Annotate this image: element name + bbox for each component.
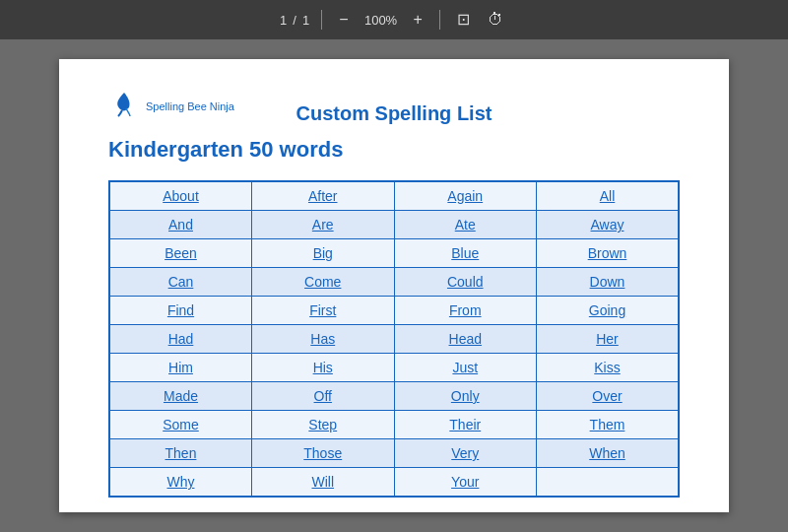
table-cell[interactable]: Could xyxy=(394,268,537,297)
zoom-in-button[interactable]: + xyxy=(409,10,427,30)
word-link[interactable]: Step xyxy=(308,417,337,432)
table-cell[interactable]: Some xyxy=(109,411,252,439)
word-link[interactable]: Her xyxy=(596,331,619,347)
table-cell[interactable]: Very xyxy=(394,439,537,468)
word-link[interactable]: About xyxy=(163,188,199,204)
table-cell[interactable]: Those xyxy=(252,439,395,468)
word-link[interactable]: Over xyxy=(592,388,622,404)
word-link[interactable]: Him xyxy=(168,360,193,375)
table-cell[interactable]: Her xyxy=(537,325,680,354)
word-link[interactable]: First xyxy=(309,302,336,318)
table-cell[interactable]: Head xyxy=(394,325,537,354)
zoom-out-button[interactable]: − xyxy=(334,10,353,30)
word-link[interactable]: Made xyxy=(164,388,198,404)
document-area: Spelling Bee Ninja Custom Spelling List … xyxy=(0,39,788,532)
word-link[interactable]: Off xyxy=(314,388,332,404)
word-link[interactable]: Their xyxy=(449,417,481,432)
table-cell[interactable]: After xyxy=(252,181,395,211)
word-link[interactable]: Had xyxy=(168,331,194,347)
fit-page-button[interactable]: ⊡ xyxy=(452,10,475,30)
table-cell[interactable]: Only xyxy=(394,382,537,411)
word-link[interactable]: Kiss xyxy=(594,360,620,375)
word-link[interactable]: Your xyxy=(451,474,479,490)
table-cell[interactable]: From xyxy=(394,297,537,325)
table-cell[interactable]: About xyxy=(109,181,252,211)
table-cell[interactable]: Can xyxy=(109,268,252,297)
table-cell[interactable]: Brown xyxy=(537,239,680,268)
divider-2 xyxy=(439,10,440,30)
table-cell[interactable]: Going xyxy=(537,297,680,325)
word-link[interactable]: Head xyxy=(449,331,482,347)
word-link[interactable]: Blue xyxy=(451,245,479,261)
table-cell xyxy=(537,468,680,498)
table-cell[interactable]: Had xyxy=(109,325,252,354)
table-cell[interactable]: All xyxy=(537,181,680,211)
table-cell[interactable]: Off xyxy=(252,382,395,411)
table-cell[interactable]: Will xyxy=(252,468,395,498)
word-link[interactable]: And xyxy=(168,217,193,233)
table-cell[interactable]: Come xyxy=(252,268,395,297)
word-link[interactable]: Are xyxy=(312,217,334,233)
word-link[interactable]: Very xyxy=(451,445,479,461)
word-link[interactable]: Will xyxy=(311,474,334,490)
word-link[interactable]: Could xyxy=(447,274,484,290)
pdf-page: Spelling Bee Ninja Custom Spelling List … xyxy=(59,59,729,512)
table-cell[interactable]: And xyxy=(109,211,252,239)
word-link[interactable]: Again xyxy=(447,188,483,204)
table-cell[interactable]: Just xyxy=(394,354,537,382)
table-cell[interactable]: Find xyxy=(109,297,252,325)
page-current: 1 xyxy=(280,13,287,28)
word-link[interactable]: Going xyxy=(589,302,625,318)
word-link[interactable]: Come xyxy=(304,274,341,290)
table-cell[interactable]: Why xyxy=(109,468,252,498)
table-cell[interactable]: First xyxy=(252,297,395,325)
table-cell[interactable]: Kiss xyxy=(537,354,680,382)
table-cell[interactable]: Made xyxy=(109,382,252,411)
logo-text: Spelling Bee Ninja xyxy=(146,100,234,113)
word-link[interactable]: Brown xyxy=(588,245,627,261)
table-cell[interactable]: His xyxy=(252,354,395,382)
page-total: 1 xyxy=(302,13,309,28)
pdf-toolbar: 1 / 1 − 100% + ⊡ ⏱ xyxy=(0,0,788,39)
table-cell[interactable]: Him xyxy=(109,354,252,382)
word-link[interactable]: Can xyxy=(168,274,194,290)
word-link[interactable]: Has xyxy=(310,331,335,347)
word-link[interactable]: From xyxy=(449,302,482,318)
word-link[interactable]: Then xyxy=(165,445,197,461)
logo-icon xyxy=(108,89,140,124)
table-cell[interactable]: Step xyxy=(252,411,395,439)
table-cell[interactable]: Has xyxy=(252,325,395,354)
table-cell[interactable]: Your xyxy=(394,468,537,498)
word-link[interactable]: Them xyxy=(590,417,625,432)
word-link[interactable]: Away xyxy=(591,217,624,233)
table-cell[interactable]: Ate xyxy=(394,211,537,239)
table-cell[interactable]: Down xyxy=(537,268,680,297)
table-cell[interactable]: Blue xyxy=(394,239,537,268)
history-button[interactable]: ⏱ xyxy=(483,10,508,30)
word-link[interactable]: Been xyxy=(164,245,197,261)
word-link[interactable]: Only xyxy=(451,388,480,404)
word-link[interactable]: Big xyxy=(313,245,333,261)
table-cell[interactable]: Them xyxy=(537,411,680,439)
table-cell[interactable]: Again xyxy=(394,181,537,211)
page-controls: 1 / 1 xyxy=(280,13,309,28)
word-link[interactable]: All xyxy=(600,188,616,204)
word-link[interactable]: Down xyxy=(590,274,625,290)
word-link[interactable]: Just xyxy=(452,360,478,375)
word-link[interactable]: Ate xyxy=(455,217,476,233)
word-link[interactable]: Find xyxy=(167,302,194,318)
word-link[interactable]: Those xyxy=(303,445,342,461)
word-link[interactable]: When xyxy=(589,445,625,461)
table-cell[interactable]: Then xyxy=(109,439,252,468)
table-cell[interactable]: When xyxy=(537,439,680,468)
table-cell[interactable]: Been xyxy=(109,239,252,268)
table-cell[interactable]: Away xyxy=(537,211,680,239)
table-cell[interactable]: Their xyxy=(394,411,537,439)
table-cell[interactable]: Over xyxy=(537,382,680,411)
word-link[interactable]: His xyxy=(313,360,333,375)
table-cell[interactable]: Big xyxy=(252,239,395,268)
table-cell[interactable]: Are xyxy=(252,211,395,239)
word-link[interactable]: Why xyxy=(167,474,195,490)
word-link[interactable]: Some xyxy=(163,417,199,432)
word-link[interactable]: After xyxy=(308,188,338,204)
